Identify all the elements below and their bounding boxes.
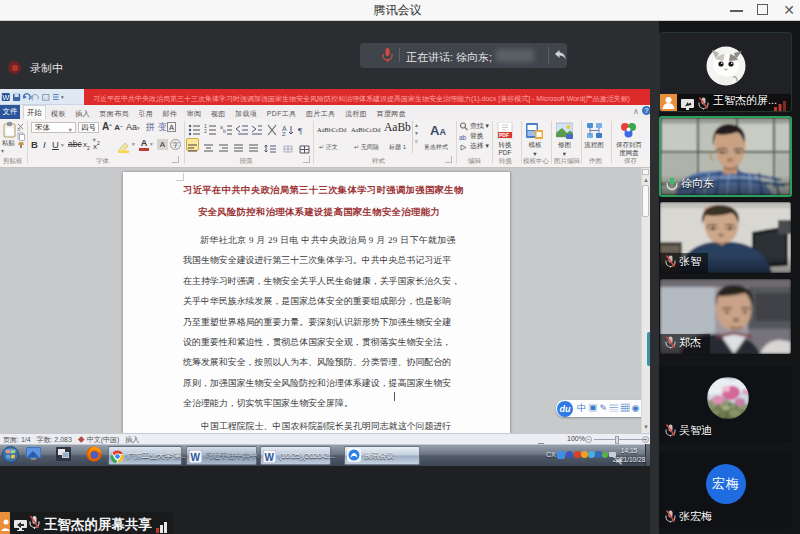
svg-text:W: W — [191, 452, 201, 463]
svg-text:W: W — [3, 93, 10, 102]
svg-text:Z: Z — [282, 131, 286, 136]
svg-text:ab: ab — [459, 134, 467, 141]
svg-text:PDF: PDF — [499, 132, 509, 138]
svg-text:¶: ¶ — [298, 126, 302, 136]
svg-text:W: W — [265, 452, 275, 463]
svg-text:b: b — [223, 128, 226, 134]
svg-text:▾: ▾ — [61, 94, 64, 100]
svg-text:2: 2 — [204, 128, 207, 134]
